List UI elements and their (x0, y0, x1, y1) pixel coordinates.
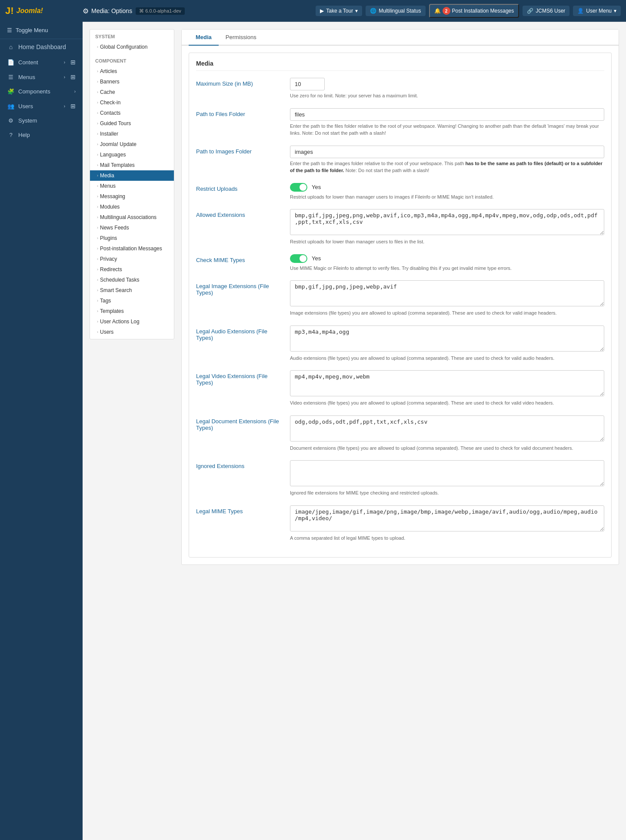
menus-icon: ☰ (7, 74, 15, 80)
toggle-wrapper: Yes (290, 183, 604, 192)
multilingual-label: Multilingual Status (379, 8, 421, 14)
legal-audio-input[interactable]: mp3,m4a,mp4a,ogg (290, 325, 604, 352)
menu-item-scheduled-tasks[interactable]: › Scheduled Tasks (90, 275, 174, 285)
sidebar-item-home[interactable]: ⌂ Home Dashboard (0, 39, 83, 55)
form-section-title: Media (196, 60, 604, 71)
menu-item-cache[interactable]: › Cache (90, 87, 174, 97)
maximum-size-field: Use zero for no limit. Note: your server… (290, 78, 604, 100)
menu-item-post-install[interactable]: › Post-installation Messages (90, 243, 174, 254)
ignored-extensions-label: Ignored Extensions (196, 460, 283, 469)
sidebar-item-users[interactable]: 👥 Users › ⊞ (0, 99, 83, 113)
legal-document-input[interactable]: odg,odp,ods,odt,pdf,ppt,txt,xcf,xls,csv (290, 415, 604, 442)
legal-mime-label: Legal MIME Types (196, 505, 283, 515)
restrict-uploads-toggle[interactable] (290, 183, 307, 192)
user-menu-dropdown-icon: ▾ (614, 8, 616, 14)
restrict-uploads-toggle-label: Yes (312, 184, 321, 190)
menu-item-banners[interactable]: › Banners (90, 76, 174, 87)
chevron-icon: › (97, 299, 98, 303)
menu-item-articles[interactable]: › Articles (90, 66, 174, 76)
path-files-field: Enter the path to the files folder relat… (290, 108, 604, 137)
path-images-field: Enter the path to the images folder rela… (290, 146, 604, 174)
brand-text: Joomla! (17, 7, 43, 15)
jcms6-user-button[interactable]: 🔗 JCMS6 User (523, 6, 569, 16)
menu-item-redirects[interactable]: › Redirects (90, 264, 174, 275)
legal-document-field: odg,odp,ods,odt,pdf,ppt,txt,xcf,xls,csv … (290, 415, 604, 452)
sidebar-item-help[interactable]: ? Help (0, 128, 83, 142)
label: Messaging (100, 193, 125, 199)
navbar: J! Joomla! ⚙ Media: Options ⌘ 6.0.0-alph… (0, 0, 626, 22)
system-label: System (18, 117, 37, 124)
menu-item-smart-search[interactable]: › Smart Search (90, 285, 174, 295)
sidebar-item-system[interactable]: ⚙ System (0, 113, 83, 128)
menu-item-user-actions-log[interactable]: › User Actions Log (90, 316, 174, 327)
sidebar-item-content[interactable]: 📄 Content › ⊞ (0, 55, 83, 70)
menu-item-menus[interactable]: › Menus (90, 181, 174, 191)
multilingual-status-button[interactable]: 🌐 Multilingual Status (366, 6, 425, 16)
allowed-extensions-label: Allowed Extensions (196, 209, 283, 218)
label: Joomla! Update (100, 141, 137, 147)
take-a-tour-button[interactable]: ▶ Take a Tour ▾ (316, 6, 362, 16)
toggle-menu-button[interactable]: ☰ Toggle Menu (0, 22, 83, 39)
ignored-extensions-input[interactable] (290, 460, 604, 486)
menu-item-global-config[interactable]: › Global Configuration (90, 42, 174, 52)
restrict-uploads-help: Restrict uploads for lower than manager … (290, 193, 604, 201)
menu-item-check-in[interactable]: › Check-in (90, 97, 174, 108)
menu-item-mail-templates[interactable]: › Mail Templates (90, 160, 174, 170)
path-images-input[interactable] (290, 146, 604, 158)
menu-item-messaging[interactable]: › Messaging (90, 191, 174, 202)
menu-item-tags[interactable]: › Tags (90, 295, 174, 306)
post-install-button[interactable]: 🔔 2 Post Installation Messages (429, 4, 519, 18)
check-mime-toggle[interactable] (290, 254, 307, 263)
label: Contacts (100, 110, 120, 116)
field-legal-image: Legal Image Extensions (File Types) bmp,… (196, 280, 604, 317)
legal-image-input[interactable]: bmp,gif,jpg,png,jpeg,webp,avif (290, 280, 604, 306)
chevron-icon: › (97, 226, 98, 230)
legal-mime-input[interactable]: image/jpeg,image/gif,image/png,image/bmp… (290, 505, 604, 531)
menu-item-templates[interactable]: › Templates (90, 306, 174, 316)
menu-item-plugins[interactable]: › Plugins (90, 233, 174, 243)
user-menu-button[interactable]: 👤 User Menu ▾ (573, 6, 621, 16)
sidebar-item-menus[interactable]: ☰ Menus › ⊞ (0, 70, 83, 84)
menu-item-guided-tours[interactable]: › Guided Tours (90, 118, 174, 129)
legal-audio-label: Legal Audio Extensions (File Types) (196, 325, 283, 341)
menu-item-modules[interactable]: › Modules (90, 202, 174, 212)
user-menu-label: User Menu (586, 8, 612, 14)
allowed-extensions-input[interactable]: bmp,gif,jpg,jpeg,png,webp,avif,ico,mp3,m… (290, 209, 604, 235)
menu-item-installer[interactable]: › Installer (90, 129, 174, 139)
tab-media[interactable]: Media (189, 30, 219, 46)
path-files-input[interactable] (290, 108, 604, 121)
menu-item-joomla-update[interactable]: › Joomla! Update (90, 139, 174, 149)
label: Languages (100, 152, 126, 158)
menu-item-contacts[interactable]: › Contacts (90, 108, 174, 118)
menu-item-privacy[interactable]: › Privacy (90, 254, 174, 264)
external-link-icon: 🔗 (527, 8, 533, 14)
maximum-size-input[interactable] (290, 78, 325, 90)
toggle-slider (290, 183, 307, 192)
nav-page-title: Media: Options (91, 7, 132, 14)
label: Post-installation Messages (100, 246, 162, 252)
chevron-icon: › (97, 330, 98, 334)
menu-item-languages[interactable]: › Languages (90, 149, 174, 160)
maximum-size-label: Maximum Size (in MB) (196, 78, 283, 87)
check-mime-help: Use MIME Magic or Fileinfo to attempt to… (290, 265, 604, 272)
main-content: 💾 Save 💾 Save & Close ✕ Close ⓘ Toggle I… (83, 0, 626, 572)
legal-document-label: Legal Document Extensions (File Types) (196, 415, 283, 431)
label: User Actions Log (100, 319, 140, 325)
sidebar-item-components[interactable]: 🧩 Components › (0, 84, 83, 99)
brand-logo: J! Joomla! (5, 5, 79, 17)
chevron-icon: › (97, 121, 98, 126)
chevron-icon: › (97, 257, 98, 261)
field-maximum-size: Maximum Size (in MB) Use zero for no lim… (196, 78, 604, 100)
menu-item-users-comp[interactable]: › Users (90, 327, 174, 337)
tab-permissions[interactable]: Permissions (219, 30, 263, 46)
label: Multilingual Associations (100, 214, 156, 220)
check-mime-field: Yes Use MIME Magic or Fileinfo to attemp… (290, 254, 604, 272)
component-section-header: Component (90, 56, 174, 66)
menu-item-media[interactable]: › Media (90, 170, 174, 181)
label: Articles (100, 68, 117, 74)
menu-item-news-feeds[interactable]: › News Feeds (90, 222, 174, 233)
label: Guided Tours (100, 120, 131, 126)
legal-video-input[interactable]: mp4,mp4v,mpeg,mov,webm (290, 370, 604, 396)
field-allowed-extensions: Allowed Extensions bmp,gif,jpg,jpeg,png,… (196, 209, 604, 246)
menu-item-multilingual[interactable]: › Multilingual Associations (90, 212, 174, 222)
